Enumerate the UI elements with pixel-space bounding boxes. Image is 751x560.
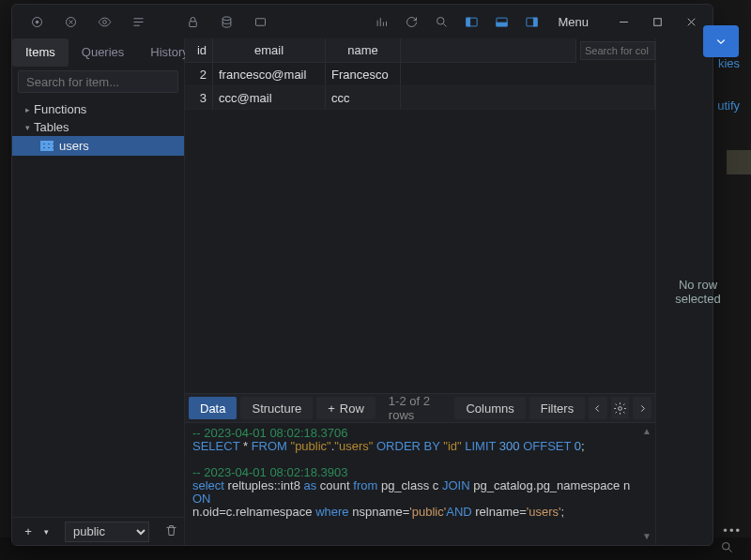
col-id[interactable]: id	[185, 38, 213, 62]
cell[interactable]: ccc	[326, 86, 401, 109]
tree-node-tables[interactable]: ▾Tables	[12, 118, 184, 136]
sidebar: Items Queries History ▸Functions ▾Tables…	[12, 38, 185, 545]
close-connection-icon[interactable]	[57, 8, 84, 35]
plus-icon: +	[328, 401, 335, 416]
cell[interactable]: Francesco	[326, 63, 401, 85]
table-row[interactable]: 3 ccc@mail ccc	[185, 86, 655, 110]
col-spacer	[401, 38, 576, 62]
tab-structure[interactable]: Structure	[240, 397, 313, 419]
label: Tables	[34, 120, 69, 134]
table-row[interactable]: 2 francesco@mail Francesco	[185, 63, 655, 86]
svg-point-6	[222, 16, 231, 20]
search-icon[interactable]	[428, 8, 454, 35]
add-menu-caret[interactable]: ▾	[44, 527, 59, 537]
cell	[401, 86, 655, 109]
svg-rect-15	[653, 18, 661, 25]
prev-page-button[interactable]	[589, 397, 607, 419]
layout-left-icon[interactable]	[458, 8, 484, 35]
layout-bottom-icon[interactable]	[488, 8, 514, 35]
svg-point-8	[437, 17, 444, 24]
tree-leaf-users[interactable]: users	[12, 136, 184, 156]
cell[interactable]: 2	[185, 63, 213, 85]
svg-point-16	[619, 406, 622, 410]
label: Functions	[34, 102, 86, 116]
scroll-up-icon[interactable]: ▲	[642, 425, 651, 438]
expand-panel-button[interactable]	[703, 25, 739, 57]
col-name[interactable]: name	[326, 38, 401, 62]
visibility-icon[interactable]	[91, 8, 117, 35]
sql-icon[interactable]	[247, 8, 273, 35]
svg-rect-10	[467, 18, 470, 26]
refresh-icon[interactable]	[398, 8, 424, 35]
tab-data[interactable]: Data	[189, 397, 237, 419]
svg-rect-5	[189, 21, 196, 26]
cell	[401, 63, 655, 85]
lock-icon[interactable]	[179, 8, 206, 35]
scroll-down-icon[interactable]: ▼	[642, 530, 651, 543]
next-page-button[interactable]	[633, 397, 651, 419]
svg-rect-7	[255, 18, 265, 25]
tab-queries[interactable]: Queries	[69, 38, 138, 67]
minimize-button[interactable]	[607, 8, 639, 35]
tab-items[interactable]: Items	[12, 38, 69, 67]
row-status: 1-2 of 2 rows	[379, 394, 448, 422]
cell[interactable]: 3	[185, 86, 213, 109]
svg-rect-14	[533, 18, 537, 26]
svg-point-2	[36, 21, 38, 23]
filters-button[interactable]: Filters	[529, 397, 585, 419]
close-button[interactable]	[675, 8, 707, 35]
table-icon	[40, 141, 54, 151]
add-row-button[interactable]: +Row	[316, 397, 376, 419]
settings-button[interactable]	[611, 397, 630, 419]
trash-icon[interactable]	[164, 523, 178, 540]
inspector-text: No row	[679, 278, 717, 292]
inspector-panel: No row selected	[655, 38, 740, 545]
label: users	[59, 139, 89, 153]
tree-node-functions[interactable]: ▸Functions	[12, 100, 184, 118]
svg-rect-12	[497, 23, 507, 26]
add-button[interactable]: +	[18, 524, 38, 538]
layout-right-icon[interactable]	[518, 8, 544, 35]
list-icon[interactable]	[125, 8, 151, 35]
cell[interactable]: ccc@mail	[213, 86, 326, 109]
database-icon[interactable]	[213, 8, 239, 35]
menu-button[interactable]: Menu	[548, 15, 598, 29]
sql-console[interactable]: ▲ -- 2023-04-01 08:02:18.3706 SELECT * F…	[185, 423, 655, 545]
inspector-text: selected	[675, 292, 720, 306]
brand-icon[interactable]	[23, 8, 50, 35]
maximize-button[interactable]	[641, 8, 673, 35]
col-email[interactable]: email	[213, 38, 326, 62]
titlebar: Menu	[12, 5, 713, 38]
app-window: Menu Items Queries History ▸Functions ▾T…	[11, 4, 713, 546]
columns-button[interactable]: Columns	[454, 397, 525, 419]
column-search-input[interactable]	[580, 41, 655, 60]
cell[interactable]: francesco@mail	[213, 63, 326, 85]
chart-icon[interactable]	[368, 8, 394, 35]
sidebar-search-input[interactable]	[18, 70, 178, 93]
svg-point-4	[102, 20, 106, 23]
schema-select[interactable]: public	[65, 522, 149, 542]
